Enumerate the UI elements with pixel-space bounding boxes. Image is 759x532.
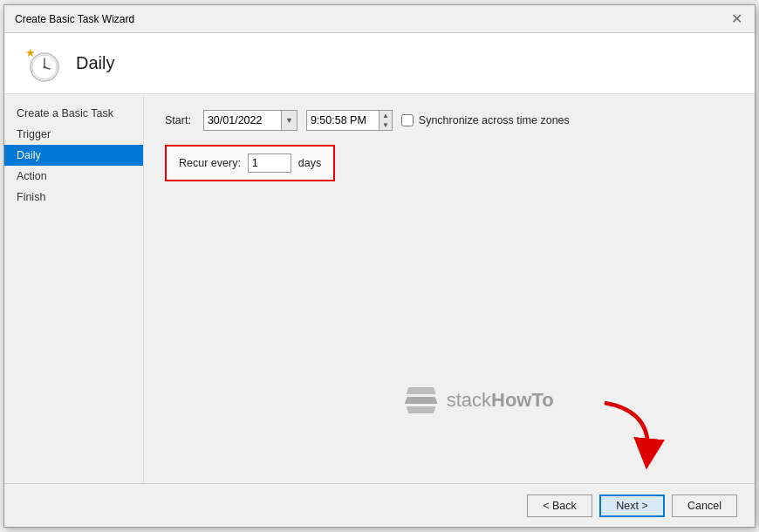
wm-layer-mid [405,397,438,404]
sync-checkbox-container: Synchronize across time zones [401,114,573,126]
time-input-container: ▲ ▼ [306,110,393,131]
time-down-button[interactable]: ▼ [380,120,392,130]
recur-input[interactable] [248,153,291,173]
time-up-button[interactable]: ▲ [380,111,392,120]
next-button[interactable]: Next > [599,494,665,517]
sync-checkbox[interactable] [401,114,414,126]
footer: < Back Next > Cancel [4,483,755,527]
recur-unit: days [298,157,321,169]
body-section: Create a Basic Task Trigger Daily Action… [4,94,755,483]
cancel-button[interactable]: Cancel [672,494,737,517]
brand-icon [405,387,438,413]
date-time-row: Start: ▼ ▲ ▼ Synchronize across time zon… [165,110,734,131]
sidebar-item-daily[interactable]: Daily [4,145,143,166]
date-input-container: ▼ [203,110,297,131]
time-spinner: ▲ ▼ [379,111,392,130]
date-dropdown-button[interactable]: ▼ [281,111,297,130]
watermark: stackHowTo [405,387,554,413]
close-button[interactable]: ✕ [729,12,744,26]
main-content: Start: ▼ ▲ ▼ Synchronize across time zon… [144,94,755,483]
svg-point-5 [44,65,46,68]
title-bar: Create Basic Task Wizard ✕ [4,5,755,33]
dialog-header: ★ Daily [4,33,755,94]
dialog-window: Create Basic Task Wizard ✕ ★ Daily Creat… [3,4,756,528]
sidebar-item-finish[interactable]: Finish [4,187,143,208]
recur-box: Recur every: days [165,145,335,181]
brand-text: stackHowTo [447,389,554,412]
sidebar-item-create-basic-task[interactable]: Create a Basic Task [4,103,143,124]
time-input[interactable] [307,111,379,130]
start-label: Start: [165,114,191,126]
wm-layer-top [407,387,436,394]
sidebar: Create a Basic Task Trigger Daily Action… [4,94,144,483]
sidebar-item-trigger[interactable]: Trigger [4,124,143,145]
date-input[interactable] [204,111,281,130]
back-button[interactable]: < Back [527,494,592,517]
wm-layer-bot [407,406,436,413]
dialog-title: Create Basic Task Wizard [15,13,134,25]
header-title: Daily [76,53,114,73]
sync-label: Synchronize across time zones [419,114,570,126]
clock-icon-svg: ★ [24,44,62,83]
recur-label: Recur every: [179,157,241,169]
sidebar-item-action[interactable]: Action [4,166,143,187]
task-clock-icon: ★ [22,43,64,85]
